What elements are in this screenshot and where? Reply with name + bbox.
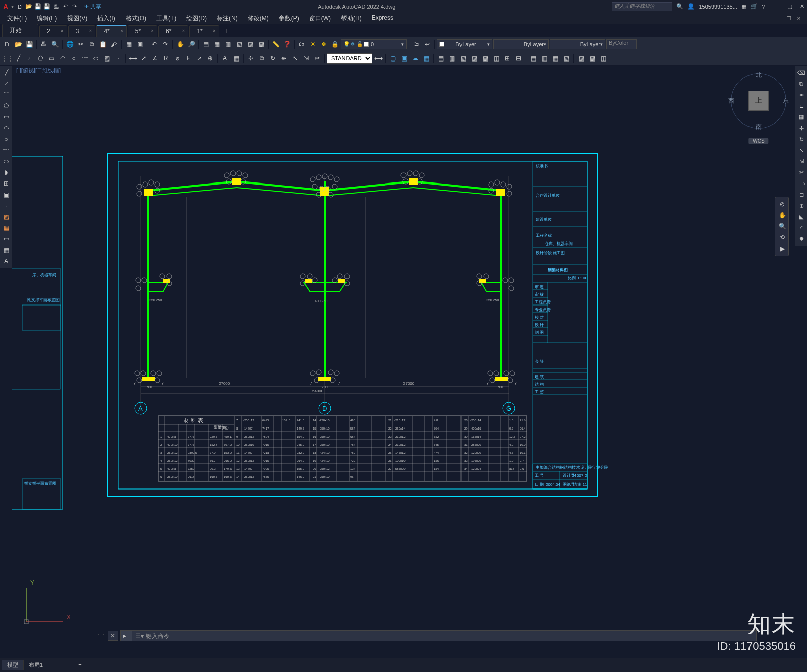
menu-draw[interactable]: 绘图(D): [181, 13, 212, 24]
insert-icon[interactable]: ⊞: [1, 178, 11, 189]
close-icon[interactable]: ×: [61, 28, 64, 34]
close-button[interactable]: ✕: [797, 3, 807, 10]
share-button[interactable]: ✈ 共享: [84, 3, 101, 10]
express8-icon[interactable]: ⊟: [513, 53, 524, 64]
undo-icon[interactable]: ↶: [149, 39, 159, 49]
block-icon[interactable]: ▦: [124, 39, 134, 49]
close-icon[interactable]: ×: [151, 28, 154, 34]
ssm-icon[interactable]: ▧: [234, 39, 244, 49]
revcloud-icon[interactable]: ☁: [410, 53, 420, 64]
point-icon[interactable]: ·: [1, 201, 11, 211]
matchprop-icon[interactable]: 🖌: [109, 39, 119, 49]
tab-layout1[interactable]: 布局1: [24, 660, 48, 670]
close-icon[interactable]: ×: [182, 28, 185, 34]
drawing-area[interactable]: [-][俯视][二维线框] ╱ ⟋ ⌒ ⬠ ▭ ◠ ○ 〰 ⬭ ◗ ⊞ ▣ · …: [0, 66, 807, 658]
arc-icon[interactable]: ◠: [57, 53, 68, 64]
break-icon[interactable]: ⊟: [796, 190, 806, 200]
leader-icon[interactable]: ↗: [194, 53, 204, 64]
close-icon[interactable]: ×: [89, 28, 92, 34]
stretch-icon[interactable]: ⇲: [301, 53, 311, 64]
mtext-icon[interactable]: A: [1, 256, 11, 266]
close-icon[interactable]: ×: [213, 28, 216, 34]
cut-icon[interactable]: ✂: [76, 39, 86, 49]
help-icon[interactable]: ?: [762, 4, 765, 10]
publish-icon[interactable]: 🌐: [65, 39, 75, 49]
line-icon[interactable]: ╱: [13, 53, 23, 64]
erase-icon[interactable]: ⌫: [796, 68, 806, 78]
copy-icon[interactable]: ⧉: [87, 39, 97, 49]
qcalc-icon[interactable]: ▩: [256, 39, 266, 49]
menu-param[interactable]: 参数(P): [274, 13, 304, 24]
ellipsearc-icon[interactable]: ◗: [1, 167, 11, 177]
pline-icon[interactable]: ⟋: [24, 53, 34, 64]
circle-icon[interactable]: ○: [1, 134, 11, 144]
text-icon[interactable]: A: [220, 53, 230, 64]
rect-icon[interactable]: ▭: [1, 112, 11, 122]
dim-dia-icon[interactable]: ⌀: [172, 53, 182, 64]
new-tab-button[interactable]: +: [220, 25, 233, 37]
tab-2[interactable]: 2×: [39, 25, 67, 37]
redo-icon[interactable]: ↷: [70, 3, 78, 11]
block-icon[interactable]: ▣: [1, 190, 11, 200]
doc-restore-button[interactable]: ❐: [785, 16, 793, 21]
dim-continue-icon[interactable]: ⊦: [183, 53, 193, 64]
tab-6[interactable]: 6*×: [158, 25, 188, 37]
tpalette-icon[interactable]: ▥: [223, 39, 233, 49]
scale-icon[interactable]: ⤡: [290, 53, 300, 64]
express3-icon[interactable]: ▧: [458, 53, 468, 64]
trim-icon[interactable]: ✂: [312, 53, 322, 64]
rotate-icon[interactable]: ↻: [268, 53, 278, 64]
cmd-input[interactable]: ☰▾键入命令: [132, 630, 757, 641]
polygon-icon[interactable]: ⬠: [35, 53, 45, 64]
layermatch-icon[interactable]: 🗂: [411, 39, 421, 49]
tolerance-icon[interactable]: ⊕: [205, 53, 215, 64]
saveas-icon[interactable]: 💾: [43, 3, 51, 11]
hatch-icon[interactable]: ▨: [102, 53, 112, 64]
menu-window[interactable]: 窗口(W): [304, 13, 336, 24]
layer-mgr-icon[interactable]: 🗂: [297, 39, 307, 49]
add-layout-button[interactable]: +: [73, 660, 87, 670]
ellipse-icon[interactable]: ⬭: [1, 156, 11, 166]
dim-aligned-icon[interactable]: ⤢: [139, 53, 149, 64]
express2-icon[interactable]: ▥: [447, 53, 457, 64]
menu-view[interactable]: 视图(V): [62, 13, 92, 24]
explode-icon[interactable]: ✸: [796, 234, 806, 244]
layer-dropdown[interactable]: 💡 ❄ 🔓 0 ▾: [341, 39, 407, 49]
textstyle-dropdown[interactable]: STANDARD: [327, 53, 372, 64]
polygon-icon[interactable]: ⬠: [1, 101, 11, 111]
new-icon[interactable]: 🗋: [2, 39, 12, 49]
pan-icon[interactable]: ✋: [175, 39, 185, 49]
freeze-icon[interactable]: ❄: [319, 39, 329, 49]
new-icon[interactable]: 🗋: [16, 3, 24, 11]
tab-4[interactable]: 4*×: [96, 25, 126, 37]
dim-radius-icon[interactable]: R: [161, 53, 171, 64]
rotate-icon[interactable]: ↻: [796, 134, 806, 144]
user-label[interactable]: 15059991135...: [699, 4, 737, 10]
dim-linear-icon[interactable]: ⟷: [128, 53, 138, 64]
menu-format[interactable]: 格式(O): [121, 13, 151, 24]
ucs-icon[interactable]: Y X: [12, 582, 73, 633]
hatch-icon[interactable]: ▨: [1, 212, 11, 222]
move-icon[interactable]: ✢: [796, 123, 806, 133]
express15-icon[interactable]: ◫: [598, 53, 608, 64]
menu-tools[interactable]: 工具(T): [151, 13, 181, 24]
cmd-grip-icon[interactable]: ⋮⋮: [96, 633, 106, 639]
express11-icon[interactable]: ▦: [550, 53, 560, 64]
trim-icon[interactable]: ✂: [796, 167, 806, 177]
express14-icon[interactable]: ▩: [587, 53, 597, 64]
cmd-prompt-icon[interactable]: ▸_: [120, 630, 132, 641]
paste-icon[interactable]: 📋: [98, 39, 108, 49]
array-icon[interactable]: ▦: [796, 112, 806, 122]
plotstyle-dropdown[interactable]: ByColor: [606, 39, 637, 49]
move-icon[interactable]: ✢: [246, 53, 256, 64]
sun-icon[interactable]: ☀: [308, 39, 318, 49]
tab-3[interactable]: 3×: [68, 25, 96, 37]
menu-express[interactable]: Express: [367, 13, 398, 24]
express10-icon[interactable]: ▥: [539, 53, 549, 64]
ellipse-icon[interactable]: ⬭: [91, 53, 101, 64]
table-icon[interactable]: ▦: [231, 53, 241, 64]
undo-icon[interactable]: ↶: [61, 3, 69, 11]
grip-icon[interactable]: ⋮⋮: [2, 53, 12, 64]
cart-icon[interactable]: 🛒: [751, 3, 758, 10]
menu-dimension[interactable]: 标注(N): [212, 13, 243, 24]
